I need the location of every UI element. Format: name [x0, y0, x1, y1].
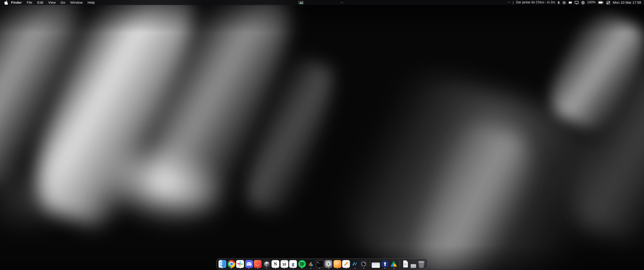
running-indicator	[302, 268, 302, 269]
window-thumbnail-icon	[372, 262, 380, 268]
notion-calendar-icon: 10	[280, 260, 288, 268]
menu-bar-status-area: ⋯ Dar jantar do Chico - in 2m $	[507, 0, 644, 5]
discord-icon	[245, 260, 253, 268]
camera-lens-icon	[360, 260, 368, 268]
menu-finder[interactable]: Finder	[8, 0, 24, 5]
control-center-icon[interactable]	[606, 1, 610, 4]
dock-separator	[400, 260, 400, 267]
running-indicator	[240, 268, 240, 269]
spotify-icon	[298, 260, 306, 268]
dock-item-pages[interactable]	[342, 260, 350, 268]
notion-glyph: N	[274, 261, 277, 266]
dock-item-dark-app[interactable]	[263, 260, 270, 268]
red-app-icon	[254, 260, 262, 268]
menu-window[interactable]: Window	[68, 0, 85, 5]
1password-icon	[381, 260, 389, 268]
goodnotes-glyph: g	[292, 261, 294, 267]
apple-menu-icon[interactable]	[3, 0, 9, 5]
apple-logo-icon	[4, 0, 8, 5]
wallpaper-vignette	[0, 0, 644, 270]
dock-item-dev-app[interactable]	[351, 260, 359, 268]
dock-item-google-drive[interactable]	[390, 260, 398, 268]
chrome-icon	[228, 260, 235, 268]
dock-item-orange-app[interactable]	[333, 260, 341, 268]
running-indicator	[222, 268, 223, 269]
menu-bar-left: Finder File Edit View Go Window Help	[0, 0, 97, 5]
dock-item-camera-app[interactable]	[360, 260, 368, 268]
battery-icon[interactable]	[598, 1, 604, 4]
menubar-center-app[interactable]	[298, 1, 304, 4]
menu-file[interactable]: File	[24, 0, 35, 5]
running-indicator	[293, 268, 294, 269]
running-indicator	[257, 268, 258, 269]
calendar-event-widget[interactable]: Dar jantar do Chico - in 2m	[516, 0, 555, 5]
calendar-date-glyph: 10	[282, 262, 286, 266]
running-indicator	[266, 268, 267, 269]
dock-item-discord[interactable]	[245, 260, 253, 268]
running-indicator	[337, 268, 338, 269]
dock-item-system-settings[interactable]	[324, 260, 332, 268]
dock-item-red-app[interactable]	[254, 260, 262, 268]
running-indicator	[363, 268, 364, 269]
menu-view[interactable]: View	[46, 0, 58, 5]
pages-icon	[342, 260, 350, 268]
dock-item-terminal[interactable]: >_	[316, 260, 324, 268]
menu-go[interactable]: Go	[58, 0, 68, 5]
menu-edit[interactable]: Edit	[35, 0, 46, 5]
dock-item-1password[interactable]	[381, 260, 389, 268]
running-indicator	[384, 268, 385, 269]
dock-item-document[interactable]	[402, 260, 410, 268]
chat-icon[interactable]	[568, 1, 572, 4]
globe-icon[interactable]	[581, 1, 585, 4]
running-indicator	[284, 268, 284, 269]
dock-item-window-thumbnail[interactable]	[372, 260, 380, 268]
gear-icon[interactable]	[562, 1, 566, 4]
document-file-icon	[402, 260, 410, 268]
desktop[interactable]: Finder File Edit View Go Window Help ⋯ ⋯…	[0, 0, 644, 270]
dock-item-notion[interactable]: N	[272, 260, 280, 268]
notion-icon: N	[272, 260, 280, 268]
desktop-wallpaper	[0, 0, 644, 270]
dock-item-goodnotes[interactable]: g	[289, 260, 297, 268]
dock-item-slack[interactable]	[236, 260, 244, 268]
finder-icon	[218, 260, 226, 268]
dock-item-minimized-window[interactable]	[410, 260, 416, 268]
system-settings-icon	[324, 260, 332, 268]
battery-percentage: 100%	[587, 0, 596, 5]
picture-icon	[299, 1, 303, 4]
google-drive-icon	[390, 260, 398, 268]
dock-item-equalizer-app[interactable]	[307, 260, 314, 268]
display-icon[interactable]	[574, 1, 578, 4]
running-indicator	[328, 268, 329, 269]
dock-item-notion-calendar[interactable]: 10	[280, 260, 288, 268]
running-indicator	[319, 268, 320, 269]
dock-item-trash[interactable]	[417, 260, 426, 268]
running-indicator	[248, 268, 250, 269]
minimized-window-icon	[411, 264, 416, 268]
terminal-icon: >_	[316, 260, 324, 268]
orange-app-icon	[333, 260, 341, 268]
dollar-icon[interactable]: $	[558, 0, 560, 5]
running-indicator	[231, 268, 232, 269]
menubar-clock[interactable]: Mon 10 Mar 17:58	[613, 0, 641, 5]
menubar-hidden-items-icon[interactable]: ⋯	[340, 0, 344, 5]
terminal-glyph: >_	[317, 261, 320, 264]
dock: N 10 g	[216, 258, 428, 269]
equalizer-icon	[307, 260, 314, 268]
dock-item-chrome[interactable]	[228, 260, 235, 268]
running-indicator	[275, 268, 276, 269]
dark-app-icon	[263, 260, 270, 268]
menu-bar: Finder File Edit View Go Window Help ⋯ ⋯…	[0, 0, 644, 5]
running-indicator	[346, 268, 346, 269]
dock-item-finder[interactable]	[218, 260, 226, 268]
dev-app-icon	[351, 260, 359, 268]
dock-separator	[370, 260, 370, 267]
event-separator	[513, 1, 513, 4]
dock-item-spotify[interactable]	[298, 260, 306, 268]
menubar-overflow-icon[interactable]: ⋯	[507, 0, 511, 5]
running-indicator	[354, 268, 355, 269]
goodnotes-icon: g	[289, 260, 297, 268]
menu-help[interactable]: Help	[85, 0, 97, 5]
running-indicator	[310, 268, 311, 269]
slack-icon	[236, 260, 244, 268]
